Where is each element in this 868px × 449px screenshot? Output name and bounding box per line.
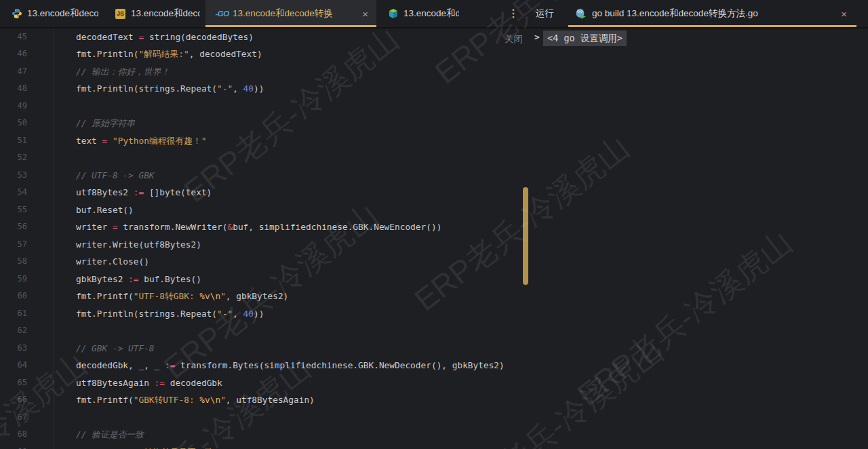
code-line: // 输出：你好，世界！ [76,63,170,80]
code-line: fmt.Printf("UTF-8转GBK: %v\n", gbkBytes2) [76,288,288,305]
line-number: 47 [0,63,27,80]
line-number: 51 [0,132,27,149]
line-number: 66 [0,391,27,408]
line-number: 63 [0,340,27,357]
line-number: 49 [0,98,27,115]
code-line: writer = transform.NewWriter(&buf, simpl… [76,218,441,235]
line-number: 56 [0,218,27,235]
chevron-right-icon: > [534,32,540,42]
line-number: 67 [0,409,27,426]
line-number: 68 [0,426,27,443]
editor-tab-1[interactable]: 13.encode和decode转换方 [0,0,104,27]
go-icon: -GO [216,8,228,20]
editor-tab-3[interactable]: -GO13.encode和decode转换× [205,0,376,27]
run-configuration-tab[interactable]: go build 13.encode和decode转换方法.go × [568,0,856,27]
line-number: 50 [0,115,27,132]
run-tab-underline [568,25,856,27]
javascript-icon: JS [115,8,126,20]
line-number: 57 [0,236,27,253]
run-tab-label: go build 13.encode和decode转换方法.go [592,7,758,20]
code-line: fmt.Println(strings.Repeat("-", 40)) [76,305,264,322]
code-line: writer.Write(utf8Bytes2) [76,236,201,253]
console-scrollbar-thumb[interactable] [523,187,528,285]
code-line: // UTF-8 -> GBK [76,167,155,184]
line-number: 59 [0,271,27,288]
selected-command-text[interactable]: <4 go 设置调用> [543,31,627,46]
tab-bar: 13.encode和decode转换方JS13.encode和decode转换方… [0,0,868,28]
tab-close-icon[interactable]: × [359,9,371,19]
line-number: 48 [0,80,27,97]
python-icon [11,8,22,20]
code-line: utf8BytesAgain := decodedGbk [76,374,222,391]
line-number: 52 [0,149,27,166]
code-line: decodedText = string(decodedBytes) [76,28,254,45]
cube-icon [387,8,399,20]
run-console[interactable]: UTF-8编码: [228 189 160 229 165 189 239 18… [536,28,868,449]
code-line: fmt.Printf("GBK转UTF-8: %v\n", utf8BytesA… [76,391,315,408]
gopher-run-icon [575,8,587,20]
line-number: 55 [0,201,27,218]
line-number: 46 [0,45,27,62]
line-number: 58 [0,253,27,270]
code-line: fmt.Println(strings.Repeat("-", 40)) [76,80,264,97]
line-number: 45 [0,28,27,45]
code-line: text = "Python编程很有趣！" [76,132,206,149]
line-number: 65 [0,374,27,391]
code-editor[interactable]: 4546474849505152535455565758596061626364… [0,28,533,449]
gutter-divider [54,28,54,449]
code-line: // 验证是否一致 [76,426,144,443]
code-line: fmt.Println("转换前后是否一致:", string(utf8Byte… [76,444,469,449]
line-number: 54 [0,184,27,201]
editor-tab-label: 13.encode和decode转换 [233,7,333,20]
editor-tab-label: 13.encode和decode转换方 [403,7,459,20]
code-line: buf.Reset() [76,201,134,218]
code-line: writer.Close() [76,253,149,270]
line-number: 69 [0,444,27,449]
line-number: 64 [0,357,27,374]
line-number: 53 [0,167,27,184]
editor-tab-2[interactable]: JS13.encode和decode转换方 [104,0,205,27]
active-tab-underline [205,25,376,27]
editor-tab-4[interactable]: 13.encode和decode转换方 [376,0,465,27]
code-line: fmt.Println("解码结果:", decodedText) [76,45,262,62]
run-tab-close-icon[interactable]: × [838,9,850,19]
line-number: 61 [0,305,27,322]
line-number: 60 [0,288,27,305]
run-panel-title: 运行 [536,0,554,27]
line-number: 62 [0,322,27,339]
tab-overflow-menu-icon[interactable]: ⋮ [508,0,519,27]
code-line: // GBK -> UTF-8 [76,340,155,357]
console-close-label[interactable]: 关闭 [505,33,523,45]
code-line: utf8Bytes2 := []byte(text) [76,184,212,201]
editor-tab-label: 13.encode和decode转换方 [27,7,98,20]
code-line: // 原始字符串 [76,115,135,132]
editor-tab-label: 13.encode和decode转换方 [131,7,200,20]
code-line: gbkBytes2 := buf.Bytes() [76,271,201,288]
ide-window: 13.encode和decode转换方JS13.encode和decode转换方… [0,0,868,449]
code-line: decodedGbk, _, _ := transform.Bytes(simp… [76,357,505,374]
